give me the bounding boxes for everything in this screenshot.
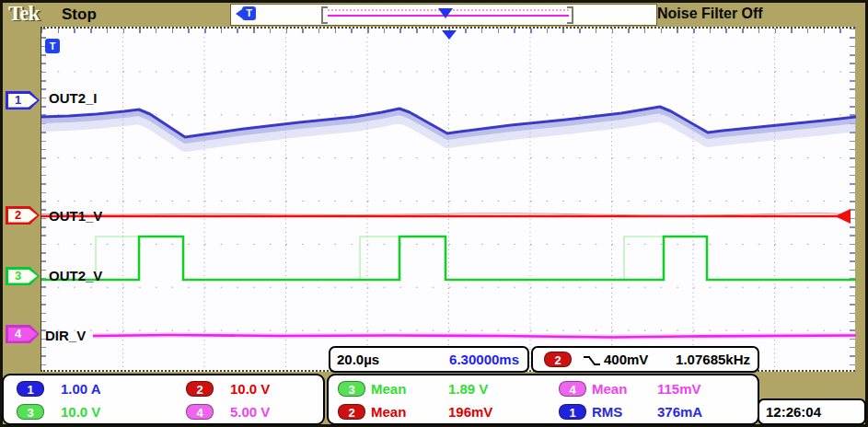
trigger-level: 400mV: [604, 352, 648, 367]
meas1-value: 1.89 V: [448, 381, 488, 397]
clock-readout: 12:26:04: [758, 398, 866, 425]
oscilloscope-screen: Tek Stop T Noise Filter Off: [0, 0, 868, 427]
meas4-type: RMS: [592, 404, 622, 420]
waveform-plot: [41, 29, 856, 374]
falling-edge-icon: [583, 354, 601, 367]
ch2-waveform-label: OUT1_V: [49, 208, 102, 224]
record-view-bar: T: [230, 4, 657, 26]
trigger-readout: 2 400mV 1.07685kHz: [531, 346, 759, 373]
timebase-scale: 20.0µs: [337, 352, 379, 367]
ch3-scale: 10.0 V: [61, 404, 100, 420]
meas1-type: Mean: [371, 381, 406, 397]
trigger-frequency: 1.07685kHz: [676, 352, 750, 367]
ch2-ground-marker: 2: [6, 206, 40, 225]
ch3-waveform-label: OUT2_V: [49, 268, 102, 283]
ch4-scale: 5.00 V: [230, 404, 270, 420]
meas4-value: 376mA: [657, 404, 702, 420]
acquisition-status: Stop: [62, 6, 97, 24]
trigger-time-marker-icon: [442, 30, 457, 40]
meas3-value: 196mV: [448, 404, 492, 420]
measurements-readout: 3 Mean 1.89 V 4 Mean 115mV 2 Mean 196mV …: [327, 374, 759, 425]
meas2-type: Mean: [592, 381, 627, 397]
ch2-badge: 2: [186, 381, 214, 397]
ch4-badge: 4: [186, 404, 214, 420]
horizontal-position: 6.30000ms: [449, 352, 519, 367]
ch1-waveform-label: OUT2_I: [49, 90, 98, 106]
noise-filter-status: Noise Filter Off: [657, 6, 763, 22]
ch3-badge: 3: [17, 404, 44, 420]
meas3-type: Mean: [371, 404, 406, 420]
meas4-channel-badge: 1: [559, 404, 586, 420]
channel-scales-readout: 1 1.00 A 2 10.0 V 3 10.0 V 4 5.00 V: [2, 374, 325, 425]
trigger-level-arrow-icon: [835, 209, 851, 224]
ch4-waveform-label: DIR_V: [45, 328, 86, 343]
record-window-bracket-left: [321, 6, 328, 24]
ch4-ground-marker: 4: [6, 325, 40, 343]
ch1-badge: 1: [17, 381, 44, 397]
ch2-scale: 10.0 V: [230, 381, 270, 397]
ch1-ground-marker: 1: [6, 91, 40, 110]
meas2-channel-badge: 4: [559, 381, 586, 397]
tek-logo: Tek: [8, 2, 39, 26]
meas1-channel-badge: 3: [338, 381, 365, 397]
ch1-scale: 1.00 A: [61, 381, 101, 397]
record-trigger-marker-icon: [438, 8, 453, 18]
meas3-channel-badge: 2: [338, 404, 365, 420]
ch3-ground-marker: 3: [6, 267, 40, 285]
trigger-position-flag-icon: T: [242, 6, 256, 20]
graticule: T OUT2_I OUT1_V OUT2_V DIR_V: [41, 27, 855, 372]
trigger-flag-icon: T: [45, 39, 60, 53]
meas2-value: 115mV: [657, 381, 701, 397]
clock-time: 12:26:04: [766, 404, 821, 420]
trigger-source-badge: 2: [544, 352, 572, 367]
timebase-readout: 20.0µs 6.30000ms: [329, 346, 529, 373]
